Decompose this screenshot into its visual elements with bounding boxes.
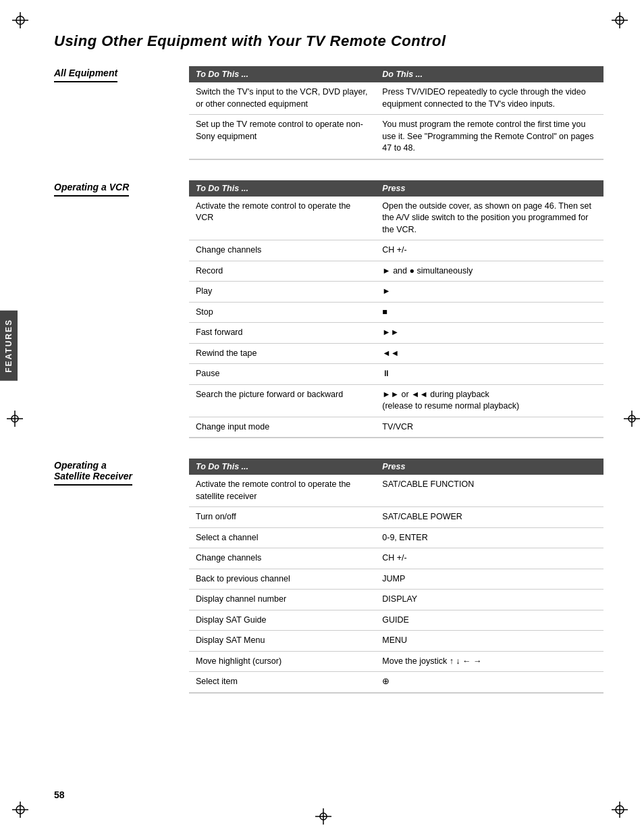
table-row: Activate the remote control to operate t… [189, 197, 603, 240]
table-cell-press: Open the outside cover, as shown on page… [375, 197, 603, 240]
table-cell-press: JUMP [375, 569, 603, 590]
table-cell-action: Move highlight (cursor) [189, 651, 375, 672]
vcr-col2-header: Press [375, 180, 603, 197]
all-equipment-col2-header: Do This ... [375, 66, 603, 82]
table-cell-action: Turn on/off [189, 507, 375, 528]
table-row: Record► and ● simultaneously [189, 261, 603, 282]
bottom-center-mark [315, 808, 329, 822]
table-cell-action: Change input mode [189, 417, 375, 438]
table-cell-action: Set up the TV remote control to operate … [189, 115, 375, 159]
table-cell-action: Display SAT Menu [189, 631, 375, 652]
table-cell-action: Switch the TV's input to the VCR, DVD pl… [189, 82, 375, 115]
table-cell-press: You must program the remote control the … [375, 115, 603, 159]
table-cell-press: ⊕ [375, 672, 603, 693]
table-cell-press: 0-9, ENTER [375, 527, 603, 548]
all-equipment-header: All Equipment [54, 68, 117, 82]
table-cell-action: Fast forward [189, 323, 375, 344]
table-cell-action: Display channel number [189, 590, 375, 610]
satellite-col2-header: Press [375, 459, 603, 475]
table-cell-action: Rewind the tape [189, 343, 375, 364]
table-cell-action: Change channels [189, 548, 375, 569]
table-row: Select item⊕ [189, 672, 603, 693]
page-number: 58 [54, 789, 65, 800]
table-cell-press: DISPLAY [375, 590, 603, 610]
table-cell-action: Search the picture forward or backward [189, 384, 375, 417]
table-row: Display SAT MenuMENU [189, 631, 603, 652]
table-cell-action: Play [189, 282, 375, 303]
table-row: Change input modeTV/VCR [189, 417, 603, 438]
table-cell-press: ◄◄ [375, 343, 603, 364]
table-row: Rewind the tape◄◄ [189, 343, 603, 364]
vcr-section: Operating a VCR To Do This ... Press Act… [54, 180, 603, 439]
table-cell-action: Activate the remote control to operate t… [189, 475, 375, 507]
table-row: Activate the remote control to operate t… [189, 475, 603, 507]
table-row: Move highlight (cursor)Move the joystick… [189, 651, 603, 672]
table-row: Back to previous channelJUMP [189, 569, 603, 590]
table-cell-action: Change channels [189, 240, 375, 261]
side-mark-left [7, 411, 20, 424]
satellite-col1-header: To Do This ... [189, 459, 375, 475]
page: Features Using Other Equipment with Your… [0, 0, 644, 834]
satellite-content: To Do This ... Press Activate the remote… [189, 459, 603, 694]
satellite-table-header-row: To Do This ... Press [189, 459, 603, 475]
all-equipment-table-header-row: To Do This ... Do This ... [189, 66, 603, 82]
table-cell-action: Display SAT Guide [189, 610, 375, 631]
table-row: Change channelsCH +/- [189, 548, 603, 569]
table-cell-press: ⏸ [375, 364, 603, 385]
table-cell-action: Back to previous channel [189, 569, 375, 590]
table-row: Display channel numberDISPLAY [189, 590, 603, 610]
side-mark-right [624, 411, 637, 424]
features-tab: Features [0, 311, 18, 381]
table-cell-press: ►► [375, 323, 603, 344]
all-equipment-table: To Do This ... Do This ... Switch the TV… [189, 66, 603, 160]
corner-mark-tr [612, 12, 632, 32]
satellite-section: Operating aSatellite Receiver To Do This… [54, 459, 603, 694]
table-cell-press: ►► or ◄◄ during playback(release to resu… [375, 384, 603, 417]
table-cell-press: MENU [375, 631, 603, 652]
table-row: Display SAT GuideGUIDE [189, 610, 603, 631]
all-equipment-col1-header: To Do This ... [189, 66, 375, 82]
table-cell-action: Pause [189, 364, 375, 385]
table-row: Stop■ [189, 302, 603, 323]
table-row: Search the picture forward or backward►►… [189, 384, 603, 417]
corner-mark-bl [12, 802, 32, 822]
table-row: Play► [189, 282, 603, 303]
vcr-table-header-row: To Do This ... Press [189, 180, 603, 197]
vcr-header: Operating a VCR [54, 182, 129, 197]
table-cell-press: Move the joystick ↑ ↓ ← → [375, 651, 603, 672]
table-cell-press: CH +/- [375, 548, 603, 569]
satellite-header: Operating aSatellite Receiver [54, 460, 132, 486]
vcr-table: To Do This ... Press Activate the remote… [189, 180, 603, 439]
corner-mark-br [612, 802, 632, 822]
page-title: Using Other Equipment with Your TV Remot… [54, 32, 603, 50]
table-row: Set up the TV remote control to operate … [189, 115, 603, 159]
table-row: Change channelsCH +/- [189, 240, 603, 261]
table-cell-action: Activate the remote control to operate t… [189, 197, 375, 240]
all-equipment-content: To Do This ... Do This ... Switch the TV… [189, 66, 603, 160]
vcr-label: Operating a VCR [54, 180, 176, 202]
table-cell-action: Stop [189, 302, 375, 323]
table-row: Select a channel0-9, ENTER [189, 527, 603, 548]
all-equipment-label: All Equipment [54, 66, 176, 88]
table-cell-press: Press TV/VIDEO repeatedly to cycle throu… [375, 82, 603, 115]
table-cell-press: GUIDE [375, 610, 603, 631]
satellite-table: To Do This ... Press Activate the remote… [189, 459, 603, 694]
satellite-label: Operating aSatellite Receiver [54, 459, 176, 491]
all-equipment-section: All Equipment To Do This ... Do This ...… [54, 66, 603, 160]
table-cell-press: ► and ● simultaneously [375, 261, 603, 282]
table-cell-press: ■ [375, 302, 603, 323]
table-row: Fast forward►► [189, 323, 603, 344]
table-cell-press: ► [375, 282, 603, 303]
table-row: Turn on/offSAT/CABLE POWER [189, 507, 603, 528]
table-row: Switch the TV's input to the VCR, DVD pl… [189, 82, 603, 115]
corner-mark-tl [12, 12, 32, 32]
vcr-col1-header: To Do This ... [189, 180, 375, 197]
table-cell-press: CH +/- [375, 240, 603, 261]
table-cell-action: Select a channel [189, 527, 375, 548]
table-cell-action: Record [189, 261, 375, 282]
table-cell-press: SAT/CABLE FUNCTION [375, 475, 603, 507]
table-cell-press: SAT/CABLE POWER [375, 507, 603, 528]
table-row: Pause⏸ [189, 364, 603, 385]
table-cell-action: Select item [189, 672, 375, 693]
vcr-content: To Do This ... Press Activate the remote… [189, 180, 603, 439]
